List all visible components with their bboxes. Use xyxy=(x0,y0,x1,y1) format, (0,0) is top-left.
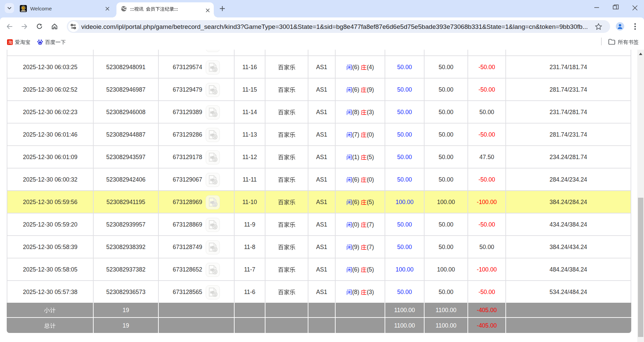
svg-text:du: du xyxy=(39,42,42,45)
